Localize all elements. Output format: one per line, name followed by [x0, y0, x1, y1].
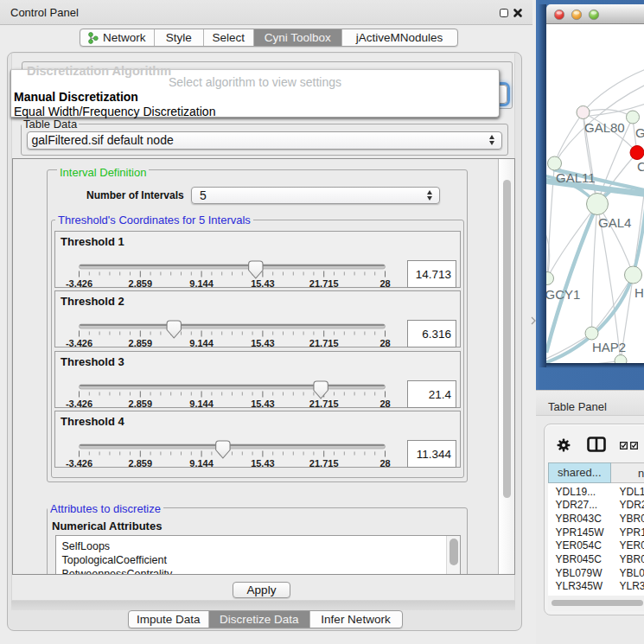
svg-text:-3.426: -3.426	[66, 278, 92, 289]
svg-text:28: 28	[379, 338, 390, 348]
svg-text:2.859: 2.859	[129, 278, 153, 289]
svg-text:15.43: 15.43	[251, 278, 275, 289]
svg-text:-3.426: -3.426	[66, 399, 92, 409]
svg-text:GCY1: GCY1	[546, 287, 580, 302]
svg-text:15.43: 15.43	[251, 399, 275, 409]
svg-text:HAP2: HAP2	[592, 340, 626, 354]
svg-text:C: C	[637, 159, 644, 174]
svg-text:21.715: 21.715	[309, 458, 339, 469]
svg-text:GAL11: GAL11	[556, 170, 596, 185]
svg-text:28: 28	[379, 278, 390, 289]
svg-text:2.859: 2.859	[129, 338, 153, 348]
svg-text:9.144: 9.144	[189, 338, 214, 348]
svg-text:-3.426: -3.426	[66, 458, 92, 469]
svg-text:15.43: 15.43	[251, 458, 275, 469]
svg-text:28: 28	[379, 458, 390, 469]
svg-text:H: H	[634, 285, 644, 300]
svg-text:2.859: 2.859	[129, 399, 153, 409]
svg-text:2.859: 2.859	[129, 458, 153, 469]
svg-text:9.144: 9.144	[189, 399, 214, 409]
svg-text:28: 28	[379, 399, 390, 409]
svg-text:GAL80: GAL80	[584, 120, 625, 135]
svg-text:GAL4: GAL4	[598, 215, 631, 230]
svg-text:9.144: 9.144	[189, 278, 214, 289]
svg-text:9.144: 9.144	[189, 458, 214, 469]
svg-text:15.43: 15.43	[251, 338, 275, 348]
svg-text:21.715: 21.715	[309, 338, 339, 348]
svg-text:21.715: 21.715	[309, 278, 339, 289]
svg-text:-3.426: -3.426	[66, 338, 92, 348]
svg-text:21.715: 21.715	[309, 399, 339, 409]
svg-text:GA: GA	[635, 125, 644, 140]
